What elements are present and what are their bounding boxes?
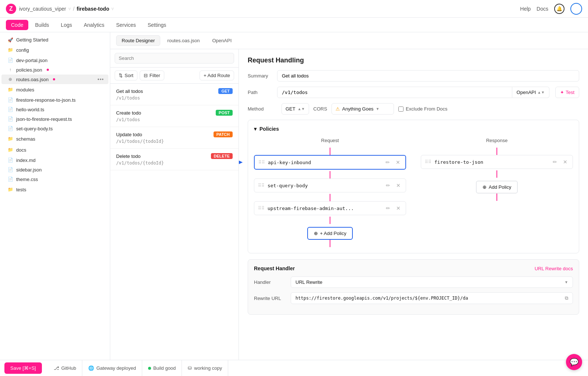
sidebar-item-docs[interactable]: 📁 docs + <box>1 144 108 155</box>
tab-analytics[interactable]: Analytics <box>79 20 110 30</box>
remove-policy-button[interactable]: ✕ <box>395 182 402 189</box>
file-icon: 📄 <box>7 116 13 122</box>
sidebar-item-hello-world[interactable]: 📄 hello-world.ts ••• <box>1 105 108 114</box>
main-layout: 🚀 Getting Started 📁 config + 📄 dev-porta… <box>0 32 588 360</box>
edit-policy-button[interactable]: ✏ <box>384 182 392 189</box>
tab-settings[interactable]: Settings <box>143 20 172 30</box>
sort-button[interactable]: ⇅ Sort <box>115 70 137 80</box>
copy-url-icon[interactable]: ⧉ <box>565 295 568 301</box>
sidebar-item-json-to-firestore[interactable]: 📄 json-to-firestore-request.ts ••• <box>1 114 108 124</box>
docs-link[interactable]: Docs <box>537 6 548 12</box>
tab-builds[interactable]: Builds <box>30 20 54 30</box>
add-schemas-button[interactable]: + <box>97 135 104 142</box>
folder-icon: 📁 <box>7 87 13 92</box>
route-item-create-todo[interactable]: Create todo POST /v1/todos <box>110 105 239 127</box>
more-options-icon[interactable]: ••• <box>97 106 104 112</box>
handler-value: URL Rewrite <box>295 279 322 285</box>
sidebar-item-index-md[interactable]: 📄 index.md ••• <box>1 155 108 165</box>
add-response-policy-button[interactable]: ⊕ Add Policy <box>476 181 518 194</box>
route-item-get-todos[interactable]: Get all todos GET /v1/todos <box>110 84 239 105</box>
gateway-label: Gateway deployed <box>96 365 136 371</box>
sidebar-item-set-query-body[interactable]: 📄 set-query-body.ts ••• <box>1 124 108 133</box>
tab-code[interactable]: Code <box>6 20 28 30</box>
url-rewrite-docs-link[interactable]: URL Rewrite docs <box>535 266 573 271</box>
more-options-icon[interactable]: ••• <box>97 76 104 82</box>
sidebar-item-config[interactable]: 📁 config + <box>1 44 108 55</box>
add-route-button[interactable]: + Add Route <box>200 70 234 80</box>
github-label: GitHub <box>61 365 76 371</box>
add-config-button[interactable]: + <box>97 46 104 54</box>
remove-policy-button[interactable]: ✕ <box>395 205 402 212</box>
openapi-button[interactable]: OpenAPI ▲▼ <box>512 87 550 98</box>
filter-button[interactable]: ⊟ Filter <box>140 70 164 80</box>
build-status: Build good <box>142 360 182 376</box>
sidebar-item-theme-css-label: theme.css <box>16 177 38 182</box>
sidebar-item-dev-portal[interactable]: 📄 dev-portal.json ••• <box>1 55 108 65</box>
more-options-icon[interactable]: ••• <box>97 167 104 173</box>
sidebar-item-schemas[interactable]: 📁 schemas + <box>1 133 108 144</box>
connector <box>254 217 406 224</box>
sidebar-item-getting-started[interactable]: 🚀 Getting Started <box>1 35 108 44</box>
more-options-icon[interactable]: ••• <box>97 157 104 163</box>
cors-select[interactable]: ⚠ Anything Goes ▼ <box>331 103 394 115</box>
tab-routes-oas-json[interactable]: routes.oas.json <box>162 35 205 46</box>
remove-policy-button[interactable]: ✕ <box>562 158 569 166</box>
exclude-checkbox[interactable] <box>398 106 404 112</box>
tab-logs[interactable]: Logs <box>56 20 77 30</box>
warning-icon: ⚠ <box>336 106 340 112</box>
policy-card-api-key: ⠿⠿ api-key-inbound ✏ ✕ <box>254 155 406 170</box>
project-name[interactable]: firebase-todo <box>77 6 110 12</box>
test-button[interactable]: ✦ Test <box>555 87 579 98</box>
save-button[interactable]: Save [⌘+S] <box>4 362 42 374</box>
file-icon: 📄 <box>7 97 13 102</box>
more-options-icon[interactable]: ••• <box>97 126 104 131</box>
more-options-icon[interactable]: ••• <box>97 97 104 103</box>
route-path: /v1/todos <box>116 117 233 122</box>
notification-button[interactable]: 🔔 <box>554 4 564 14</box>
route-item-delete-todo[interactable]: Delete todo DELETE /v1/todos/{todoId} <box>110 149 239 170</box>
sidebar-item-sidebar-json[interactable]: 📄 sidebar.json ••• <box>1 165 108 174</box>
project-org: ivory_cautious_viper <box>19 6 66 12</box>
rewrite-url-input[interactable]: https://firestore.googleapis.com/v1/proj… <box>291 292 573 304</box>
tab-route-designer[interactable]: Route Designer <box>116 35 160 46</box>
sidebar-item-routes[interactable]: ⊕ routes.oas.json ••• <box>1 75 108 84</box>
brand-logo[interactable]: Z <box>6 4 16 14</box>
more-options-icon[interactable]: ••• <box>97 67 104 73</box>
connector <box>254 240 406 247</box>
add-modules-button[interactable]: + <box>97 86 104 93</box>
connector-line <box>330 148 330 155</box>
path-label: Path <box>248 90 277 95</box>
sidebar-item-tests[interactable]: 📁 tests + <box>1 184 108 195</box>
request-handling-title: Request Handling <box>248 57 579 64</box>
search-input[interactable] <box>115 53 234 64</box>
add-docs-button[interactable]: + <box>97 146 104 153</box>
help-link[interactable]: Help <box>520 6 531 12</box>
sidebar-item-theme-css[interactable]: 📄 theme.css ••• <box>1 174 108 184</box>
path-input[interactable] <box>277 87 512 98</box>
sidebar-item-policies[interactable]: ↑ policies.json ••• <box>1 65 108 75</box>
route-item-update-todo[interactable]: Update todo PATCH /v1/todos/{todoId} <box>110 127 239 149</box>
method-select[interactable]: GET ▲▼ <box>282 103 309 115</box>
policies-section: ▾ Policies Request ⠿⠿ <box>248 120 579 253</box>
summary-input[interactable] <box>277 70 579 82</box>
handler-select[interactable]: URL Rewrite ▼ <box>291 276 573 288</box>
top-nav-right: Help Docs 🔔 <box>520 3 582 15</box>
add-request-policy-button[interactable]: ⊕ + Add Policy <box>307 227 353 240</box>
tab-openapi[interactable]: OpenAPI <box>207 35 237 46</box>
tab-services[interactable]: Services <box>111 20 141 30</box>
more-options-icon[interactable]: ••• <box>97 116 104 122</box>
sidebar-item-firestore-response[interactable]: 📄 firestore-response-to-json.ts ••• <box>1 95 108 105</box>
edit-policy-button[interactable]: ✏ <box>551 158 559 166</box>
add-tests-button[interactable]: + <box>97 186 104 193</box>
more-options-icon[interactable]: ••• <box>97 176 104 182</box>
designer-tabs: Route Designer routes.oas.json OpenAPI <box>110 32 588 49</box>
policies-header[interactable]: ▾ Policies <box>254 126 573 132</box>
more-options-icon[interactable]: ••• <box>97 57 104 63</box>
chat-button[interactable]: 💬 <box>566 354 582 370</box>
avatar[interactable] <box>570 3 582 15</box>
edit-policy-button[interactable]: ✏ <box>384 205 392 212</box>
sidebar-item-modules[interactable]: 📁 modules + <box>1 84 108 95</box>
github-status[interactable]: ⎇ GitHub <box>48 360 82 376</box>
remove-policy-button[interactable]: ✕ <box>394 159 402 166</box>
edit-policy-button[interactable]: ✏ <box>384 159 391 166</box>
